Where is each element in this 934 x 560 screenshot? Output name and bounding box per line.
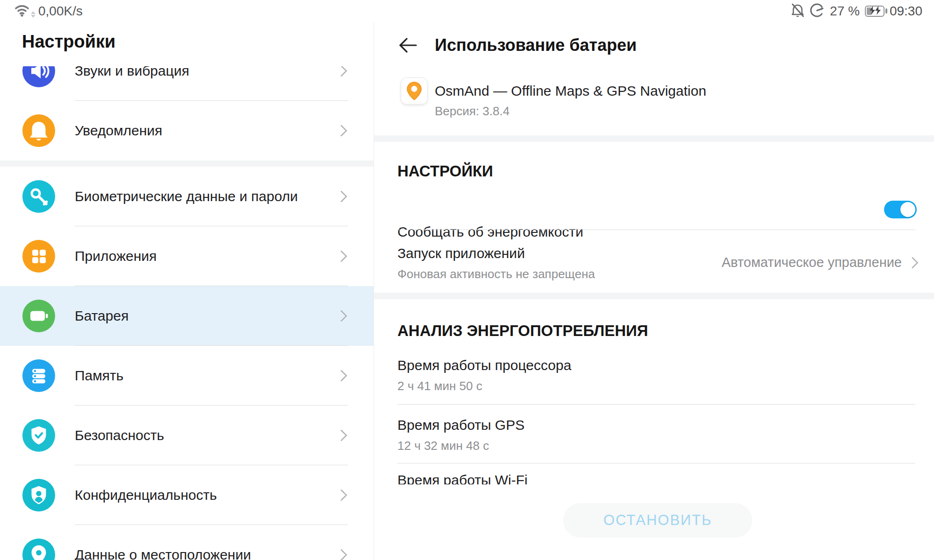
sidebar-item-label: Приложения [75,248,157,264]
sidebar-item-sounds-vibration[interactable]: Звуки и вибрация [0,66,374,101]
chevron-right-icon [335,190,347,202]
app-launch-row[interactable]: Автоматическое управление [722,255,917,270]
app-launch-value: Автоматическое управление [722,255,902,270]
toggle-knob [900,202,915,217]
apps-grid-icon [22,240,55,273]
performance-mode-icon [810,3,825,20]
back-button[interactable] [397,35,418,55]
battery-icon [22,300,55,332]
app-launch-subtitle: Фоновая активность не запрещена [397,267,595,281]
sidebar-item-location-data[interactable]: Данные о местоположении [0,525,374,560]
chevron-right-icon [335,370,347,381]
sidebar-item-label: Безопасность [75,427,164,443]
storage-icon [22,359,55,392]
stop-button[interactable]: ОСТАНОВИТЬ [563,503,752,538]
location-icon [22,539,55,560]
battery-charging-icon [865,6,884,17]
status-left: 0,00K/s [14,0,83,22]
energy-report-label: Сообщать об энергоемкости [397,224,583,240]
cpu-time-value: 2 ч 41 мин 50 с [397,379,482,393]
net-speed: 0,00K/s [38,4,83,19]
app-name: OsmAnd — Offline Maps & GPS Navigation [435,83,706,99]
page-title: Настройки [22,32,115,52]
chevron-right-icon [335,66,347,77]
section-separator [374,135,934,142]
sidebar-item-label: Биометрические данные и пароли [75,189,298,204]
gps-time-title: Время работы GPS [397,417,524,433]
sidebar-item-label: Батарея [75,308,128,324]
chevron-right-icon [335,125,347,136]
chevron-right-icon [335,549,347,560]
chevron-right-icon [335,310,347,322]
panel-title: Использование батареи [435,35,637,55]
sidebar-item-biometrics-passwords[interactable]: Биометрические данные и пароли [0,167,374,226]
sidebar-item-memory[interactable]: Память [0,346,374,406]
sidebar-item-label: Данные о местоположении [75,547,251,560]
status-bar: 0,00K/s 27 % 09:30 [0,0,934,22]
privacy-icon [22,479,55,511]
wifi-time-row-clipped: Время работы Wi-Fi [397,472,915,484]
speaker-icon [22,66,55,87]
settings-sidebar: Настройки Звуки и вибрация [0,22,374,560]
key-icon [22,180,55,213]
shield-check-icon [22,419,55,452]
sidebar-list[interactable]: Звуки и вибрация Уведомления [0,66,374,560]
app-launch-title: Запуск приложений [397,245,525,261]
gps-time-value: 12 ч 32 мин 48 с [397,439,489,453]
status-right: 27 % 09:30 [791,0,922,22]
sidebar-item-label: Уведомления [75,123,163,139]
bell-icon [22,114,55,147]
energy-report-toggle[interactable] [884,201,917,218]
chevron-right-icon [335,429,347,441]
wifi-time-title: Время работы Wi-Fi [397,472,915,484]
battery-usage-panel: Использование батареи OsmAnd — Offline M… [374,22,934,560]
divider [397,463,915,463]
chevron-right-icon [906,257,918,268]
divider [397,230,915,230]
settings-section-header: НАСТРОЙКИ [397,162,493,180]
section-separator [374,293,934,299]
notifications-off-icon [791,3,805,20]
sidebar-item-label: Память [75,368,124,384]
sidebar-item-security[interactable]: Безопасность [0,406,374,465]
analysis-section-header: АНАЛИЗ ЭНЕРГОПОТРЕБЛЕНИЯ [397,322,648,340]
sidebar-item-battery[interactable]: Батарея [0,286,374,346]
app-version: Версия: 3.8.4 [435,104,509,119]
sidebar-item-apps[interactable]: Приложения [0,226,374,286]
sidebar-item-label: Звуки и вибрация [75,66,189,79]
traffic-arrows-icon [31,11,35,18]
wifi-icon [14,3,30,19]
battery-percent: 27 % [830,4,860,19]
sidebar-item-privacy[interactable]: Конфиденциальность [0,465,374,525]
group-separator [0,161,374,167]
chevron-right-icon [335,250,347,262]
divider [397,404,915,405]
cpu-time-title: Время работы процессора [397,357,571,373]
chevron-right-icon [335,489,347,501]
osmand-pin-icon [401,77,428,105]
sidebar-item-notifications[interactable]: Уведомления [0,101,374,161]
clock: 09:30 [890,4,922,19]
sidebar-item-label: Конфиденциальность [75,487,217,503]
